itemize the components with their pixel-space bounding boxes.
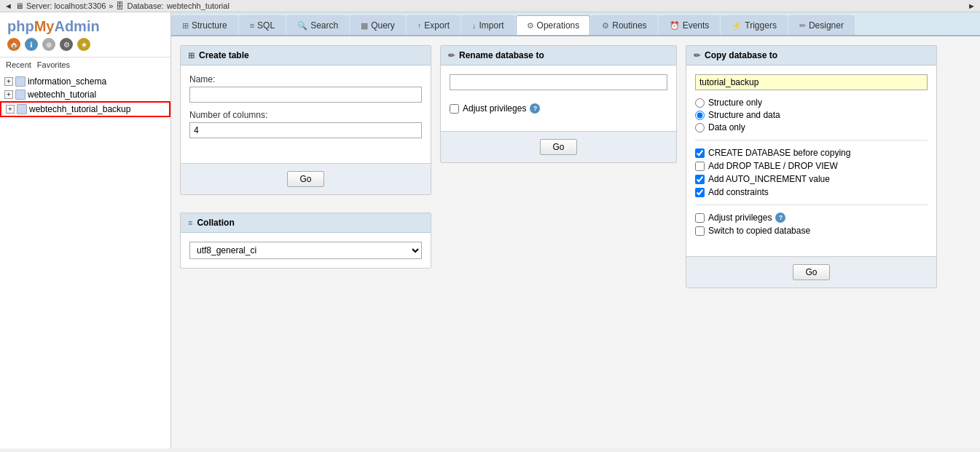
create-db-label: CREATE DATABASE before copying bbox=[708, 148, 850, 158]
info-icon[interactable]: ℹ bbox=[25, 38, 38, 51]
constraints-label: Add constraints bbox=[708, 187, 769, 197]
tab-sql[interactable]: ≡ SQL bbox=[239, 15, 286, 35]
tab-triggers[interactable]: ⚡ Triggers bbox=[721, 15, 788, 35]
rename-input[interactable] bbox=[450, 74, 667, 90]
create-db-option: CREATE DATABASE before copying bbox=[695, 148, 928, 158]
collation-select[interactable]: utf8_general_ci utf8_unicode_ci latin1_s… bbox=[189, 242, 422, 259]
db-name: webtechh_tutorial_backup bbox=[29, 104, 130, 114]
nav-tabs: ⊞ Structure ≡ SQL 🔍 Search ▦ Query ↑ Exp… bbox=[171, 12, 980, 36]
events-icon: ⏰ bbox=[670, 21, 680, 31]
copy-name-input[interactable] bbox=[695, 74, 928, 90]
collation-header: ≡ Collation bbox=[181, 213, 431, 233]
expand-icon[interactable]: + bbox=[4, 77, 13, 86]
expand-icon[interactable]: + bbox=[4, 90, 13, 99]
rename-header: ✏ Rename database to bbox=[441, 46, 676, 66]
adjust-priv-checkbox[interactable] bbox=[695, 213, 705, 223]
create-table-body: Name: Number of columns: bbox=[181, 66, 431, 154]
sidebar-item-information-schema[interactable]: + information_schema bbox=[0, 75, 170, 88]
tab-operations-label: Operations bbox=[537, 20, 580, 31]
tab-structure-label: Structure bbox=[192, 20, 227, 31]
adjust-privileges-checkbox[interactable] bbox=[450, 104, 459, 114]
collation-panel: ≡ Collation utf8_general_ci utf8_unicode… bbox=[180, 213, 431, 269]
switch-db-checkbox[interactable] bbox=[695, 226, 705, 236]
adjust-priv-option: Adjust privileges ? bbox=[695, 213, 928, 223]
copy-body: Structure only Structure and data Data o… bbox=[686, 66, 936, 247]
db-icon bbox=[15, 76, 26, 87]
constraints-option: Add constraints bbox=[695, 187, 928, 197]
adjust-privileges-row: Adjust privileges ? bbox=[450, 103, 667, 114]
sidebar: phpMyAdmin 🏠 ℹ ⊕ ⚙ ★ Recent Favorites + … bbox=[0, 12, 171, 448]
sidebar-recent: Recent Favorites bbox=[0, 58, 170, 72]
favorites-link[interactable]: Favorites bbox=[37, 60, 70, 69]
sidebar-item-webtechh-tutorial-backup[interactable]: + webtechh_tutorial_backup bbox=[0, 101, 170, 117]
switch-db-label: Switch to copied database bbox=[708, 226, 810, 236]
home-icon[interactable]: 🏠 bbox=[7, 38, 20, 51]
db-icon bbox=[15, 90, 26, 100]
tab-routines[interactable]: ⚙ Routines bbox=[591, 15, 657, 35]
triggers-icon: ⚡ bbox=[732, 21, 742, 31]
db-name: webtechh_tutorial bbox=[28, 90, 96, 100]
create-db-checkbox[interactable] bbox=[695, 148, 705, 158]
radio-structure-only-input[interactable] bbox=[695, 98, 705, 108]
content-area: ⊞ Create table Name: Number of columns: bbox=[171, 36, 980, 448]
tab-designer[interactable]: ✏ Designer bbox=[788, 15, 855, 35]
sidebar-item-webtechh-tutorial[interactable]: + webtechh_tutorial bbox=[0, 88, 170, 101]
columns-label: Number of columns: bbox=[189, 110, 422, 120]
radio-data-only: Data only bbox=[695, 122, 928, 132]
export-icon: ↑ bbox=[418, 21, 422, 30]
logo-my: My bbox=[34, 18, 55, 34]
radio-structure-data-label: Structure and data bbox=[708, 110, 780, 120]
collation-body: utf8_general_ci utf8_unicode_ci latin1_s… bbox=[181, 233, 431, 268]
radio-structure-data-input[interactable] bbox=[695, 111, 705, 120]
collation-icon: ≡ bbox=[188, 218, 192, 227]
logo: phpMyAdmin 🏠 ℹ ⊕ ⚙ ★ bbox=[0, 12, 170, 58]
tab-export-label: Export bbox=[424, 20, 450, 31]
rename-go-button[interactable]: Go bbox=[540, 139, 576, 155]
expand-icon[interactable]: + bbox=[6, 105, 15, 114]
logo-icons: 🏠 ℹ ⊕ ⚙ ★ bbox=[7, 38, 163, 51]
drop-table-option: Add DROP TABLE / DROP VIEW bbox=[695, 161, 928, 171]
help-icon[interactable]: ? bbox=[530, 103, 540, 114]
switch-db-option: Switch to copied database bbox=[695, 226, 928, 236]
create-table-go-button[interactable]: Go bbox=[287, 171, 324, 187]
tab-export[interactable]: ↑ Export bbox=[407, 15, 460, 35]
tab-search[interactable]: 🔍 Search bbox=[286, 15, 349, 35]
table-name-input[interactable] bbox=[189, 87, 422, 103]
server-label: Server: localhost:3306 bbox=[26, 1, 106, 10]
settings-icon[interactable]: ⊕ bbox=[42, 38, 55, 51]
columns-input[interactable] bbox=[189, 122, 422, 138]
auto-increment-checkbox[interactable] bbox=[695, 175, 705, 184]
create-table-go-row: Go bbox=[181, 163, 431, 194]
copy-go-row: Go bbox=[686, 256, 936, 288]
tab-query-label: Query bbox=[371, 20, 395, 31]
constraints-checkbox[interactable] bbox=[695, 188, 705, 197]
divider2 bbox=[695, 205, 928, 205]
tab-query[interactable]: ▦ Query bbox=[350, 15, 406, 35]
copy-go-button[interactable]: Go bbox=[793, 264, 829, 280]
tab-structure[interactable]: ⊞ Structure bbox=[171, 15, 238, 35]
tab-routines-label: Routines bbox=[612, 20, 646, 31]
recent-link[interactable]: Recent bbox=[6, 60, 31, 69]
radio-data-only-input[interactable] bbox=[695, 123, 705, 132]
tab-operations[interactable]: ⚙ Operations bbox=[516, 15, 591, 35]
radio-structure-only: Structure only bbox=[695, 98, 928, 108]
tab-import[interactable]: ↓ Import bbox=[461, 15, 515, 35]
tab-sql-label: SQL bbox=[257, 20, 275, 31]
star-icon[interactable]: ★ bbox=[77, 38, 90, 51]
routines-icon: ⚙ bbox=[602, 21, 609, 31]
import-icon: ↓ bbox=[472, 21, 477, 30]
radio-data-only-label: Data only bbox=[708, 122, 745, 132]
gear-icon[interactable]: ⚙ bbox=[60, 38, 73, 51]
copy-help-icon[interactable]: ? bbox=[775, 213, 785, 223]
designer-icon: ✏ bbox=[799, 21, 806, 31]
separator: » bbox=[109, 1, 113, 10]
radio-structure-data: Structure and data bbox=[695, 110, 928, 120]
adjust-priv-label: Adjust privileges bbox=[708, 213, 772, 223]
tab-events[interactable]: ⏰ Events bbox=[659, 15, 721, 35]
tab-events-label: Events bbox=[683, 20, 710, 31]
db-name: information_schema bbox=[28, 76, 106, 87]
divider bbox=[695, 140, 928, 140]
drop-table-checkbox[interactable] bbox=[695, 162, 705, 171]
copy-header: ✏ Copy database to bbox=[686, 46, 936, 66]
db-icon: 🗄 bbox=[116, 1, 124, 10]
